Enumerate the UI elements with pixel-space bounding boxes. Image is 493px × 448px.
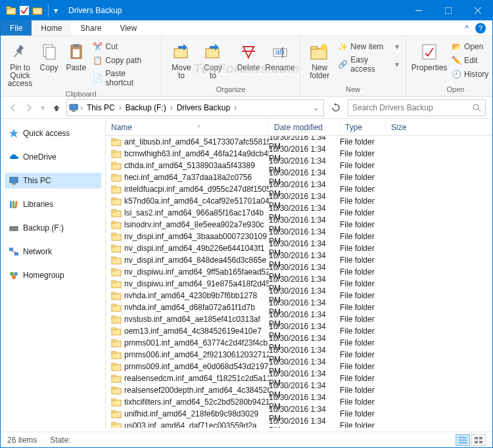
content-area: Quick access OneDrive This PC Libraries … [1, 119, 492, 428]
nav-this-pc[interactable]: This PC [5, 173, 101, 189]
open-button[interactable]: 📂Open▾ [448, 40, 493, 53]
edit-button[interactable]: ✏️Edit [448, 54, 493, 67]
svg-rect-28 [12, 183, 16, 185]
group-organize-label: Organize [166, 84, 296, 96]
state-label: State: [50, 436, 70, 445]
quick-access-folder-icon[interactable] [32, 5, 43, 16]
new-folder-button[interactable]: New folder [304, 39, 335, 79]
copy-to-button[interactable]: Copy to [197, 39, 229, 79]
onedrive-icon [9, 152, 19, 162]
edit-icon: ✏️ [451, 55, 461, 66]
copy-button[interactable]: Copy [35, 39, 62, 89]
menu-home[interactable]: Home [32, 20, 71, 35]
refresh-button[interactable] [328, 100, 344, 116]
svg-point-33 [16, 228, 17, 229]
quick-access-checkbox-icon[interactable] [19, 5, 30, 16]
nav-onedrive[interactable]: OneDrive [5, 149, 101, 165]
easy-access-button[interactable]: 🔗Easy access▾ [335, 54, 402, 75]
group-new-label: New [304, 84, 402, 96]
paste-button[interactable]: Paste [62, 39, 89, 89]
svg-rect-49 [112, 186, 116, 188]
quick-access-overflow-icon[interactable]: ▾ [54, 6, 58, 15]
table-row[interactable]: us003.inf_amd64_daf71ec003559d2a10/30/20… [106, 420, 492, 428]
svg-rect-89 [112, 422, 116, 424]
column-size[interactable]: Size [386, 119, 492, 135]
svg-rect-63 [112, 269, 116, 271]
history-icon: 🕘 [451, 69, 461, 79]
help-icon[interactable]: ? [475, 23, 486, 34]
breadcrumb-drive[interactable]: Backup (F:) [123, 103, 169, 112]
nav-network[interactable]: Network [5, 244, 101, 259]
menu-view[interactable]: View [110, 20, 146, 35]
status-bar: 26 items State: [1, 432, 492, 447]
star-icon [9, 128, 19, 139]
nav-libraries[interactable]: Libraries [5, 196, 101, 212]
svg-text:ab: ab [275, 47, 285, 56]
svg-rect-79 [112, 363, 116, 365]
svg-rect-55 [112, 221, 116, 223]
column-name[interactable]: Name^ [106, 119, 269, 135]
svg-line-26 [478, 109, 481, 112]
svg-rect-11 [73, 44, 80, 47]
new-item-button[interactable]: ✨New item▾ [335, 40, 402, 53]
details-view-button[interactable] [456, 434, 470, 446]
svg-rect-1 [7, 7, 11, 9]
svg-rect-30 [12, 201, 14, 208]
search-placeholder: Search Drivers Backup [352, 103, 472, 112]
svg-rect-12 [73, 49, 80, 57]
delete-button[interactable]: Delete [233, 39, 264, 79]
copy-path-icon: 📋 [92, 55, 103, 66]
svg-rect-61 [112, 257, 116, 259]
copy-to-icon [202, 41, 223, 62]
paste-shortcut-button[interactable]: 📄Paste shortcut [89, 68, 157, 89]
pin-to-quick-access-button[interactable]: Pin to Quick access [5, 39, 35, 89]
column-type[interactable]: Type [340, 119, 386, 135]
column-date[interactable]: Date modified [269, 119, 340, 135]
rename-button[interactable]: abRename [264, 39, 296, 79]
menu-share[interactable]: Share [71, 20, 110, 35]
breadcrumb-dropdown-icon[interactable]: ⌄ [310, 103, 322, 112]
svg-rect-27 [10, 177, 18, 183]
nav-quick-access[interactable]: Quick access [5, 125, 101, 141]
back-button[interactable] [7, 102, 19, 114]
svg-rect-81 [112, 375, 116, 377]
svg-rect-77 [112, 351, 116, 353]
search-input[interactable]: Search Drivers Backup [348, 99, 486, 116]
properties-button[interactable]: Properties [410, 39, 448, 81]
svg-rect-69 [112, 304, 116, 306]
up-button[interactable] [51, 102, 62, 114]
search-icon [472, 103, 481, 112]
move-to-button[interactable]: Move to [166, 39, 197, 79]
maximize-button[interactable] [433, 1, 463, 20]
item-count: 26 items [7, 436, 37, 445]
svg-rect-57 [112, 233, 116, 235]
breadcrumb-folder[interactable]: Drivers Backup [174, 103, 233, 112]
open-icon: 📂 [451, 41, 461, 52]
svg-rect-95 [475, 437, 478, 439]
file-rows[interactable]: ant_libusb.inf_amd64_54173307afc5581510/… [106, 136, 492, 428]
network-icon [9, 246, 19, 257]
nav-homegroup[interactable]: Homegroup [5, 267, 101, 283]
thumbnails-view-button[interactable] [471, 434, 486, 446]
ribbon-group-new: New folder ✨New item▾ 🔗Easy access▾ New [300, 36, 406, 96]
cut-button[interactable]: ✂️Cut [89, 40, 157, 53]
minimize-button[interactable] [404, 1, 433, 20]
history-button[interactable]: 🕘History [448, 68, 493, 81]
breadcrumb-pc[interactable]: This PC [84, 103, 118, 112]
svg-rect-67 [112, 292, 116, 294]
menu-file[interactable]: File [1, 20, 32, 35]
pin-icon [10, 41, 31, 62]
recent-locations-button[interactable]: ▾ [39, 102, 47, 114]
ribbon-collapse-icon[interactable]: ^ [465, 24, 469, 33]
svg-rect-53 [112, 210, 116, 212]
svg-rect-97 [475, 441, 478, 443]
forward-button[interactable] [23, 102, 35, 114]
close-button[interactable] [463, 1, 492, 20]
copy-path-button[interactable]: 📋Copy path [89, 54, 157, 67]
new-folder-icon [309, 41, 330, 62]
svg-point-39 [12, 275, 16, 279]
file-list: Name^ Date modified Type Size ant_libusb… [106, 119, 492, 428]
svg-rect-65 [112, 280, 116, 282]
nav-backup-drive[interactable]: Backup (F:) [5, 220, 101, 236]
breadcrumb[interactable]: › This PC› Backup (F:)› Drivers Backup› … [66, 99, 324, 116]
